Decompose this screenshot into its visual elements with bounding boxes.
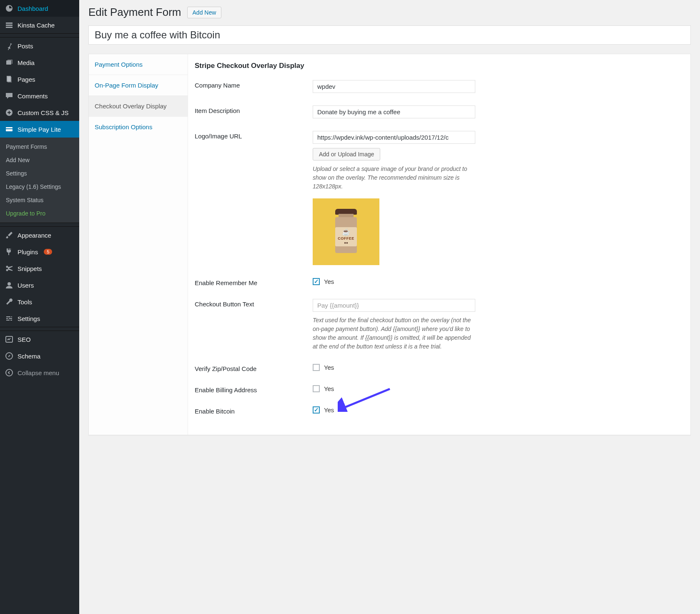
sidebar-label: Pages bbox=[18, 76, 35, 83]
main-content: Edit Payment Form Add New Payment Option… bbox=[79, 0, 700, 614]
user-icon bbox=[5, 281, 13, 289]
form-title-input[interactable] bbox=[88, 25, 691, 45]
card-icon bbox=[5, 125, 13, 133]
submenu-legacy-settings[interactable]: Legacy (1.6) Settings bbox=[0, 180, 79, 193]
sidebar-label: Schema bbox=[18, 353, 40, 360]
sidebar-label: Media bbox=[18, 59, 35, 66]
verify-zip-label: Verify Zip/Postal Code bbox=[195, 363, 313, 372]
brush-icon bbox=[5, 231, 13, 239]
sidebar-item-appearance[interactable]: Appearance bbox=[0, 227, 79, 243]
submenu-system-status[interactable]: System Status bbox=[0, 193, 79, 207]
item-description-label: Item Description bbox=[195, 105, 313, 114]
sidebar-item-settings[interactable]: Settings bbox=[0, 310, 79, 327]
comments-icon bbox=[5, 92, 13, 100]
page-title: Edit Payment Form bbox=[88, 6, 181, 19]
cache-icon bbox=[5, 21, 13, 29]
sidebar-item-users[interactable]: Users bbox=[0, 277, 79, 293]
settings-tabs: Payment Options On-Page Form Display Che… bbox=[89, 54, 188, 435]
sidebar-item-pages[interactable]: Pages bbox=[0, 71, 79, 88]
upload-image-button[interactable]: Add or Upload Image bbox=[313, 148, 380, 160]
svg-rect-1 bbox=[6, 25, 13, 26]
checkout-button-description: Text used for the final checkout button … bbox=[313, 316, 475, 351]
submenu-upgrade-pro[interactable]: Upgrade to Pro bbox=[0, 207, 79, 220]
admin-sidebar: Dashboard Kinsta Cache Posts Media Pages… bbox=[0, 0, 79, 614]
sidebar-item-comments[interactable]: Comments bbox=[0, 88, 79, 104]
svg-rect-5 bbox=[8, 77, 12, 83]
sidebar-item-dashboard[interactable]: Dashboard bbox=[0, 0, 79, 17]
submenu-payment-forms[interactable]: Payment Forms bbox=[0, 140, 79, 153]
add-new-button[interactable]: Add New bbox=[187, 7, 222, 18]
sidebar-label: Snippets bbox=[18, 265, 42, 272]
svg-rect-2 bbox=[6, 27, 13, 28]
sidebar-item-posts[interactable]: Posts bbox=[0, 38, 79, 54]
sidebar-item-seo[interactable]: SEO bbox=[0, 331, 79, 348]
sidebar-label: Appearance bbox=[18, 232, 51, 239]
tab-checkout-overlay-display[interactable]: Checkout Overlay Display bbox=[89, 96, 188, 117]
svg-point-9 bbox=[6, 266, 8, 268]
remember-me-label: Enable Remember Me bbox=[195, 278, 313, 286]
sidebar-submenu: Payment Forms Add New Settings Legacy (1… bbox=[0, 138, 79, 223]
dashboard-icon bbox=[5, 4, 13, 13]
logo-description: Upload or select a square image of your … bbox=[313, 165, 475, 191]
sidebar-item-tools[interactable]: Tools bbox=[0, 293, 79, 310]
yes-label: Yes bbox=[324, 385, 334, 392]
logo-url-input[interactable] bbox=[313, 131, 475, 144]
tab-subscription-options[interactable]: Subscription Options bbox=[89, 117, 188, 137]
sidebar-separator bbox=[0, 327, 79, 331]
settings-panel: Stripe Checkout Overlay Display Company … bbox=[188, 54, 690, 435]
page-header: Edit Payment Form Add New bbox=[88, 6, 691, 19]
sidebar-separator bbox=[0, 33, 79, 38]
sidebar-item-custom-css-js[interactable]: Custom CSS & JS bbox=[0, 104, 79, 121]
enable-bitcoin-checkbox[interactable] bbox=[313, 406, 320, 414]
sidebar-label: SEO bbox=[18, 336, 31, 343]
tab-payment-options[interactable]: Payment Options bbox=[89, 54, 188, 75]
logo-url-label: Logo/Image URL bbox=[195, 131, 313, 140]
svg-point-14 bbox=[6, 369, 13, 376]
submenu-settings[interactable]: Settings bbox=[0, 167, 79, 180]
billing-address-checkbox[interactable] bbox=[313, 385, 320, 392]
tab-on-page-form-display[interactable]: On-Page Form Display bbox=[89, 75, 188, 96]
sidebar-label: Dashboard bbox=[18, 5, 48, 12]
sidebar-item-schema[interactable]: Schema bbox=[0, 348, 79, 364]
checkout-button-text-input[interactable] bbox=[313, 299, 475, 312]
sidebar-item-media[interactable]: Media bbox=[0, 54, 79, 71]
billing-address-label: Enable Billing Address bbox=[195, 385, 313, 393]
svg-rect-8 bbox=[6, 128, 13, 129]
yes-label: Yes bbox=[324, 364, 334, 371]
sidebar-label: Comments bbox=[18, 93, 48, 100]
verify-zip-checkbox[interactable] bbox=[313, 364, 320, 371]
settings-metabox: Payment Options On-Page Form Display Che… bbox=[88, 54, 691, 435]
remember-me-checkbox[interactable] bbox=[313, 278, 320, 285]
media-icon bbox=[5, 58, 13, 67]
plugin-update-badge: 5 bbox=[44, 249, 52, 255]
pages-icon bbox=[5, 75, 13, 83]
sidebar-label: Posts bbox=[18, 43, 33, 50]
plus-circle-icon bbox=[5, 108, 13, 117]
yes-label: Yes bbox=[324, 278, 334, 285]
sidebar-item-snippets[interactable]: Snippets bbox=[0, 260, 79, 277]
sidebar-item-simple-pay-lite[interactable]: Simple Pay Lite bbox=[0, 121, 79, 138]
submenu-add-new[interactable]: Add New bbox=[0, 153, 79, 167]
sidebar-label: Users bbox=[18, 282, 34, 289]
svg-rect-0 bbox=[6, 23, 13, 24]
coffee-jar-icon: ☕ COFFEE ●● bbox=[333, 209, 359, 255]
sidebar-label: Settings bbox=[18, 315, 40, 322]
sidebar-item-collapse[interactable]: Collapse menu bbox=[0, 364, 79, 381]
seo-icon bbox=[5, 335, 13, 343]
svg-rect-3 bbox=[6, 60, 11, 65]
plug-icon bbox=[5, 248, 13, 256]
sidebar-label: Kinsta Cache bbox=[18, 22, 55, 29]
item-description-input[interactable] bbox=[313, 105, 475, 118]
panel-title: Stripe Checkout Overlay Display bbox=[195, 62, 684, 70]
sidebar-item-kinsta-cache[interactable]: Kinsta Cache bbox=[0, 17, 79, 33]
yes-label: Yes bbox=[324, 406, 334, 414]
sliders-icon bbox=[5, 314, 13, 323]
sidebar-item-plugins[interactable]: Plugins 5 bbox=[0, 243, 79, 260]
collapse-icon bbox=[5, 368, 13, 377]
company-name-input[interactable] bbox=[313, 80, 475, 93]
compass-icon bbox=[5, 352, 13, 360]
company-name-label: Company Name bbox=[195, 80, 313, 89]
svg-point-11 bbox=[8, 282, 11, 286]
sidebar-label: Plugins bbox=[18, 248, 38, 256]
scissors-icon bbox=[5, 264, 13, 273]
